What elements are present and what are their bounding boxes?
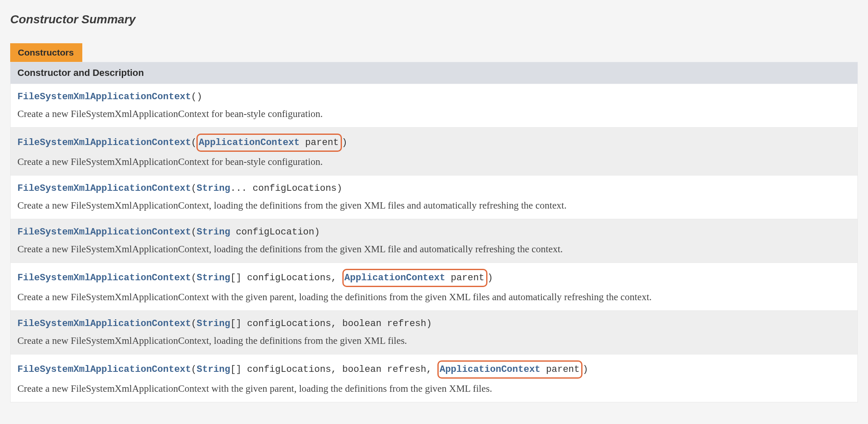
constructor-description: Create a new FileSystemXmlApplicationCon… xyxy=(17,199,851,212)
constructor-description: Create a new FileSystemXmlApplicationCon… xyxy=(17,382,851,395)
signature-text: parent xyxy=(445,273,484,283)
constructor-name-link[interactable]: FileSystemXmlApplicationContext xyxy=(17,92,191,102)
signature-text: ( xyxy=(191,227,196,237)
signature-text: configLocation) xyxy=(230,227,320,237)
signature-text: ) xyxy=(582,364,588,375)
constructor-row: FileSystemXmlApplicationContext(String[]… xyxy=(10,311,858,354)
constructor-row: FileSystemXmlApplicationContext(String c… xyxy=(10,219,858,263)
column-header-constructor: Constructor and Description xyxy=(10,62,858,84)
type-link[interactable]: String xyxy=(196,318,230,329)
constructor-description: Create a new FileSystemXmlApplicationCon… xyxy=(17,334,851,347)
constructor-signature: FileSystemXmlApplicationContext(Applicat… xyxy=(17,134,851,152)
highlight-box: ApplicationContext parent xyxy=(342,269,487,287)
highlight-box: ApplicationContext parent xyxy=(437,360,582,379)
constructor-row: FileSystemXmlApplicationContext(Applicat… xyxy=(10,128,858,176)
type-link[interactable]: ApplicationContext xyxy=(440,364,540,375)
constructor-description: Create a new FileSystemXmlApplicationCon… xyxy=(17,243,851,256)
constructor-name-link[interactable]: FileSystemXmlApplicationContext xyxy=(17,364,191,375)
type-link[interactable]: String xyxy=(196,227,230,237)
constructor-signature: FileSystemXmlApplicationContext(String[]… xyxy=(17,269,851,287)
signature-text: ( xyxy=(191,183,196,194)
constructor-description: Create a new FileSystemXmlApplicationCon… xyxy=(17,290,851,304)
type-link[interactable]: ApplicationContext xyxy=(199,137,300,148)
signature-text: ( xyxy=(191,273,196,283)
type-link[interactable]: ApplicationContext xyxy=(344,273,445,283)
constructor-description: Create a new FileSystemXmlApplicationCon… xyxy=(17,155,851,168)
constructors-tab: Constructors xyxy=(10,43,82,62)
constructors-table: Constructors Constructor and Description… xyxy=(10,43,858,402)
signature-text: [] configLocations, xyxy=(230,273,342,283)
constructor-description: Create a new FileSystemXmlApplicationCon… xyxy=(17,107,851,120)
signature-text: [] configLocations, boolean refresh, xyxy=(230,364,437,375)
signature-text: ( xyxy=(191,137,196,148)
constructor-row: FileSystemXmlApplicationContext()Create … xyxy=(10,84,858,128)
constructor-name-link[interactable]: FileSystemXmlApplicationContext xyxy=(17,273,191,283)
signature-text: parent xyxy=(540,364,580,375)
constructor-signature: FileSystemXmlApplicationContext(String[]… xyxy=(17,360,851,379)
constructor-signature: FileSystemXmlApplicationContext(String[]… xyxy=(17,317,851,331)
constructor-name-link[interactable]: FileSystemXmlApplicationContext xyxy=(17,137,191,148)
signature-text: ... configLocations) xyxy=(230,183,342,194)
constructor-signature: FileSystemXmlApplicationContext(String c… xyxy=(17,225,851,239)
signature-text: ( xyxy=(191,318,196,329)
constructor-signature: FileSystemXmlApplicationContext() xyxy=(17,90,851,104)
signature-text: ) xyxy=(487,273,493,283)
constructor-name-link[interactable]: FileSystemXmlApplicationContext xyxy=(17,227,191,237)
signature-text: parent xyxy=(300,137,339,148)
type-link[interactable]: String xyxy=(196,364,230,375)
signature-text: ( xyxy=(191,364,196,375)
highlight-box: ApplicationContext parent xyxy=(196,134,342,152)
constructor-row: FileSystemXmlApplicationContext(String..… xyxy=(10,176,858,219)
constructor-name-link[interactable]: FileSystemXmlApplicationContext xyxy=(17,183,191,194)
constructor-name-link[interactable]: FileSystemXmlApplicationContext xyxy=(17,318,191,329)
section-title: Constructor Summary xyxy=(10,13,858,26)
type-link[interactable]: String xyxy=(196,183,230,194)
signature-text: () xyxy=(191,92,202,102)
constructor-signature: FileSystemXmlApplicationContext(String..… xyxy=(17,181,851,195)
type-link[interactable]: String xyxy=(196,273,230,283)
constructor-row: FileSystemXmlApplicationContext(String[]… xyxy=(10,263,858,311)
constructor-row: FileSystemXmlApplicationContext(String[]… xyxy=(10,354,858,402)
signature-text: [] configLocations, boolean refresh) xyxy=(230,318,432,329)
signature-text: ) xyxy=(342,137,347,148)
